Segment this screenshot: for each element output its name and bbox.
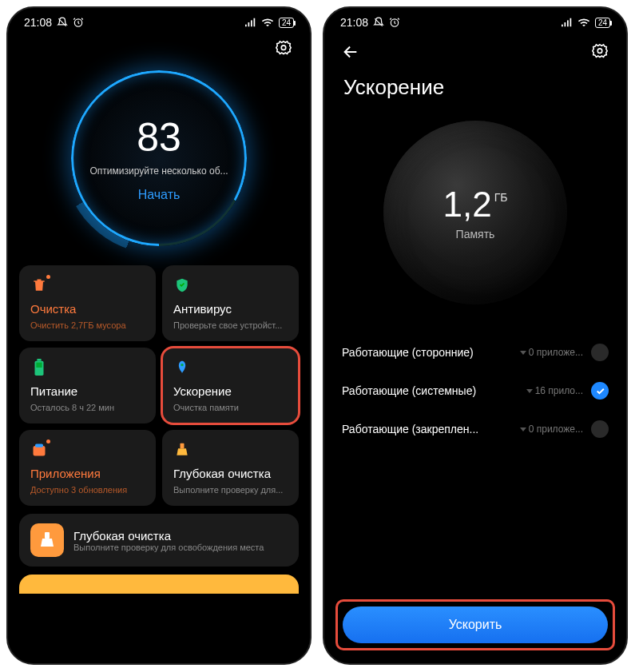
- list-row-thirdparty[interactable]: Работающие (сторонние) 0 приложе...: [340, 333, 610, 372]
- wifi-icon: [261, 18, 274, 27]
- checkbox[interactable]: [591, 344, 609, 361]
- status-bar: 21:08 24: [324, 8, 626, 32]
- tile-label: Питание: [30, 384, 145, 398]
- tile-label: Ускорение: [173, 384, 288, 398]
- memory-unit: ГБ: [494, 191, 508, 204]
- bottom-card-title: Глубокая очистка: [73, 529, 288, 543]
- battery-icon: [30, 359, 48, 376]
- tile-label: Антивирус: [173, 302, 288, 316]
- tile-cleaner[interactable]: Очистка Очистить 2,7ГБ мусора: [19, 265, 156, 341]
- row-count: 16 прило...: [526, 385, 583, 396]
- tile-sub: Доступно 3 обновления: [30, 485, 145, 495]
- chevron-down-icon: [520, 351, 526, 355]
- tiles-grid: Очистка Очистить 2,7ГБ мусора Антивирус …: [8, 265, 310, 506]
- alarm-icon: [73, 17, 84, 28]
- tile-label: Приложения: [30, 467, 145, 480]
- tile-label: Глубокая очистка: [173, 467, 288, 480]
- bottom-card-sub: Выполните проверку для освобождения мест…: [73, 543, 288, 552]
- list-row-locked[interactable]: Работающие (закреплен... 0 приложе...: [340, 410, 610, 448]
- status-time: 21:08: [24, 16, 52, 29]
- settings-icon[interactable]: [591, 43, 609, 61]
- row-count: 0 приложе...: [520, 423, 583, 435]
- list-row-system[interactable]: Работающие (системные) 16 прило...: [340, 372, 610, 410]
- settings-icon[interactable]: [275, 40, 292, 58]
- shield-icon: [173, 276, 191, 294]
- wifi-icon: [577, 18, 590, 27]
- battery-indicator: 24: [279, 18, 294, 28]
- topbar: [8, 32, 310, 58]
- svg-rect-17: [567, 20, 569, 26]
- tile-antivirus[interactable]: Антивирус Проверьте свое устройст...: [162, 265, 299, 341]
- tile-sub: Проверьте свое устройст...: [173, 320, 288, 330]
- svg-rect-15: [562, 25, 563, 27]
- svg-rect-13: [45, 532, 50, 539]
- svg-rect-12: [181, 443, 185, 449]
- memory-circle: 1,2 ГБ Память: [383, 121, 567, 304]
- phone-security-app: 21:08 24 83 Оптимизируйте несколько об..…: [6, 6, 312, 665]
- score-value: 83: [89, 114, 228, 161]
- tile-sub: Очистка памяти: [173, 403, 288, 412]
- chevron-down-icon: [526, 389, 533, 393]
- checkbox[interactable]: [591, 420, 609, 438]
- row-label: Работающие (сторонние): [342, 346, 520, 359]
- svg-rect-11: [35, 444, 43, 447]
- score-section: 83 Оптимизируйте несколько об... Начать: [8, 58, 310, 265]
- svg-rect-7: [37, 359, 42, 361]
- signal-icon: [562, 18, 573, 27]
- memory-label: Память: [456, 228, 495, 241]
- tile-deepclean[interactable]: Глубокая очистка Выполните проверку для.…: [162, 430, 299, 506]
- svg-rect-16: [564, 22, 566, 26]
- start-button[interactable]: Начать: [89, 188, 228, 202]
- rocket-icon: [173, 359, 191, 376]
- svg-rect-10: [34, 446, 46, 456]
- svg-rect-4: [253, 18, 255, 27]
- status-time: 21:08: [340, 16, 368, 29]
- row-count: 0 приложе...: [520, 347, 583, 358]
- svg-rect-8: [36, 363, 42, 368]
- boost-button[interactable]: Ускорить: [343, 606, 608, 643]
- tile-sub: Очистить 2,7ГБ мусора: [30, 320, 145, 330]
- svg-point-19: [597, 49, 602, 54]
- svg-point-9: [181, 364, 183, 366]
- svg-rect-2: [248, 22, 249, 26]
- svg-rect-1: [245, 25, 247, 27]
- trash-icon: [30, 276, 48, 294]
- memory-value: 1,2: [443, 185, 492, 225]
- alarm-icon: [389, 17, 400, 28]
- page-title: Ускорение: [324, 61, 626, 105]
- running-apps-list: Работающие (сторонние) 0 приложе... Рабо…: [324, 328, 626, 453]
- score-hint: Оптимизируйте несколько об...: [89, 165, 228, 177]
- brush-icon: [173, 441, 191, 459]
- back-icon[interactable]: [342, 43, 359, 61]
- boost-button-highlight: Ускорить: [335, 599, 615, 650]
- memory-section: 1,2 ГБ Память: [324, 105, 626, 328]
- svg-point-5: [281, 46, 286, 50]
- app-icon: [30, 441, 48, 459]
- row-label: Работающие (закреплен...: [342, 423, 520, 435]
- checkbox-checked[interactable]: [591, 382, 609, 400]
- phone-boost-screen: 21:08 24 Ускорение 1,2 ГБ Память Раб: [323, 6, 628, 665]
- topbar: [324, 32, 626, 61]
- tile-sub: Осталось 8 ч 22 мин: [30, 403, 145, 412]
- tile-boost[interactable]: Ускорение Очистка памяти: [162, 348, 299, 423]
- tile-apps[interactable]: Приложения Доступно 3 обновления: [19, 430, 156, 506]
- bottom-card-deepclean[interactable]: Глубокая очистка Выполните проверку для …: [19, 514, 299, 567]
- brush-icon: [30, 523, 64, 557]
- svg-rect-18: [570, 18, 571, 27]
- score-ring[interactable]: 83 Оптимизируйте несколько об... Начать: [63, 62, 255, 254]
- chevron-down-icon: [520, 427, 526, 431]
- row-label: Работающие (системные): [342, 384, 526, 397]
- dnd-icon: [373, 17, 384, 28]
- tile-sub: Выполните проверку для...: [173, 485, 288, 495]
- bottom-banner[interactable]: [19, 575, 299, 594]
- tile-battery[interactable]: Питание Осталось 8 ч 22 мин: [19, 348, 156, 423]
- battery-indicator: 24: [595, 18, 610, 28]
- status-bar: 21:08 24: [8, 8, 310, 32]
- tile-label: Очистка: [30, 302, 145, 316]
- dnd-icon: [57, 17, 68, 28]
- svg-rect-3: [251, 20, 252, 26]
- signal-icon: [245, 18, 256, 27]
